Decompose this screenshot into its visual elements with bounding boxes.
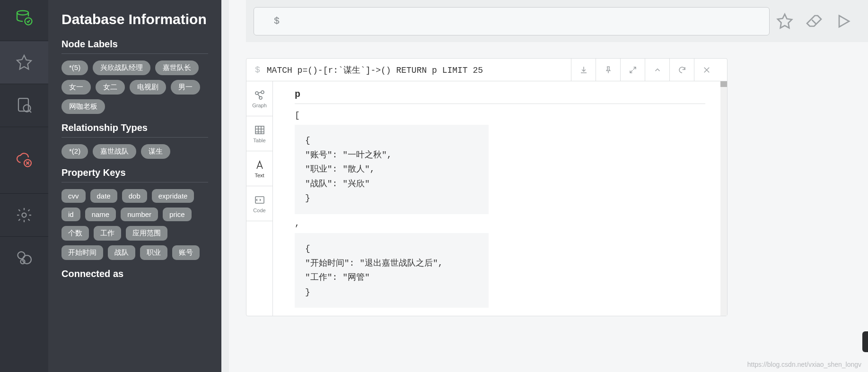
- download-icon[interactable]: [571, 59, 596, 81]
- svg-rect-12: [255, 126, 264, 134]
- node-label-pill[interactable]: 男一: [171, 80, 200, 95]
- comma: ,: [295, 219, 705, 228]
- node-label-pill[interactable]: 网咖老板: [61, 99, 105, 114]
- prop-key-pill[interactable]: expridate: [152, 189, 194, 203]
- result-card: $ MATCH p=()-[r:`谋生`]->() RETURN p LIMIT…: [246, 58, 728, 316]
- prop-key-pill[interactable]: 账号: [172, 245, 200, 260]
- prop-key-pill[interactable]: dob: [122, 189, 147, 203]
- play-icon[interactable]: [835, 13, 852, 30]
- svg-point-10: [261, 91, 264, 94]
- prop-key-pill[interactable]: name: [85, 208, 116, 221]
- view-tab-graph[interactable]: Graph: [246, 81, 272, 116]
- result-header: $ MATCH p=()-[r:`谋生`]->() RETURN p LIMIT…: [246, 59, 727, 81]
- column-header: p: [295, 89, 705, 104]
- nav-favorites[interactable]: [0, 41, 48, 84]
- prop-key-pill[interactable]: 工作: [94, 226, 121, 241]
- view-tab-text[interactable]: Text: [246, 151, 272, 186]
- node-label-pill[interactable]: 女二: [96, 80, 125, 95]
- prop-key-pill[interactable]: date: [90, 189, 117, 203]
- db-info-panel: Database Information Node Labels *(5) 兴欣…: [48, 0, 229, 372]
- prop-key-pill[interactable]: 开始时间: [61, 245, 103, 260]
- node-labels-heading: Node Labels: [61, 39, 208, 50]
- editor-prompt: $: [274, 16, 280, 26]
- close-icon[interactable]: [694, 59, 719, 81]
- cypher-editor[interactable]: $: [254, 7, 770, 35]
- node-label-pill[interactable]: 兴欣战队经理: [93, 61, 150, 75]
- node-label-pill[interactable]: 嘉世队长: [155, 61, 199, 75]
- rel-type-pill[interactable]: 嘉世战队: [93, 144, 136, 159]
- prop-keys-list: cvv date dob expridate id name number pr…: [61, 189, 208, 260]
- result-record: { "账号": "一叶之秋", "职业": "散人", "战队": "兴欣" }: [295, 125, 489, 214]
- node-labels-list: *(5) 兴欣战队经理 嘉世队长 女一 女二 电视剧 男一 网咖老板: [61, 61, 208, 114]
- watermark-badge: [862, 331, 868, 352]
- svg-point-6: [18, 252, 25, 259]
- rel-type-pill[interactable]: 谋生: [141, 144, 170, 159]
- rel-type-pill[interactable]: *(2): [61, 144, 88, 159]
- collapse-up-icon[interactable]: [645, 59, 669, 81]
- bracket-open: [: [295, 111, 705, 120]
- result-prompt: $: [255, 65, 260, 75]
- result-record: { "开始时间": "退出嘉世战队之后", "工作": "网管" }: [295, 233, 489, 308]
- prop-key-pill[interactable]: 应用范围: [126, 226, 167, 241]
- refresh-icon[interactable]: [669, 59, 694, 81]
- view-tab-table[interactable]: Table: [246, 116, 272, 151]
- nav-rail: [0, 0, 48, 372]
- prop-key-pill[interactable]: price: [163, 208, 192, 221]
- prop-key-pill[interactable]: number: [121, 208, 158, 221]
- rel-types-heading: Relationship Types: [61, 122, 208, 133]
- prop-key-pill[interactable]: 战队: [108, 245, 135, 260]
- expand-icon[interactable]: [620, 59, 645, 81]
- svg-point-5: [22, 213, 26, 217]
- view-tab-code[interactable]: Code: [246, 186, 272, 221]
- prop-key-pill[interactable]: 职业: [140, 245, 167, 260]
- eraser-icon[interactable]: [806, 13, 823, 30]
- nav-settings[interactable]: [0, 194, 48, 236]
- nav-cloud[interactable]: [0, 127, 48, 193]
- main-area: $ $ MATCH p=()-[r:`谋生`]->() RETURN p LIM…: [246, 0, 868, 372]
- prop-key-pill[interactable]: cvv: [61, 189, 86, 203]
- nav-about[interactable]: [0, 237, 48, 279]
- rel-types-list: *(2) 嘉世战队 谋生: [61, 144, 208, 159]
- connected-as-heading: Connected as: [61, 268, 208, 279]
- svg-point-0: [17, 11, 28, 15]
- result-scrollbar[interactable]: [720, 81, 727, 316]
- pin-icon[interactable]: [596, 59, 620, 81]
- watermark-text: https://blog.csdn.net/vxiao_shen_longv: [747, 361, 861, 368]
- db-status-logo: [16, 9, 33, 41]
- node-label-pill[interactable]: 电视剧: [130, 80, 166, 95]
- node-label-pill[interactable]: 女一: [61, 80, 91, 95]
- node-label-pill[interactable]: *(5): [61, 61, 88, 75]
- nav-documents[interactable]: [0, 84, 48, 127]
- favorite-icon[interactable]: [776, 13, 793, 30]
- text-output[interactable]: p [ { "账号": "一叶之秋", "职业": "散人", "战队": "兴…: [273, 81, 727, 316]
- view-rail: Graph Table Text Code: [246, 81, 273, 316]
- prop-key-pill[interactable]: id: [61, 208, 80, 221]
- result-query: MATCH p=()-[r:`谋生`]->() RETURN p LIMIT 2…: [267, 64, 483, 76]
- editor-bar: $: [246, 0, 868, 42]
- panel-title: Database Information: [61, 11, 208, 27]
- prop-keys-heading: Property Keys: [61, 167, 208, 178]
- prop-key-pill[interactable]: 个数: [61, 226, 89, 241]
